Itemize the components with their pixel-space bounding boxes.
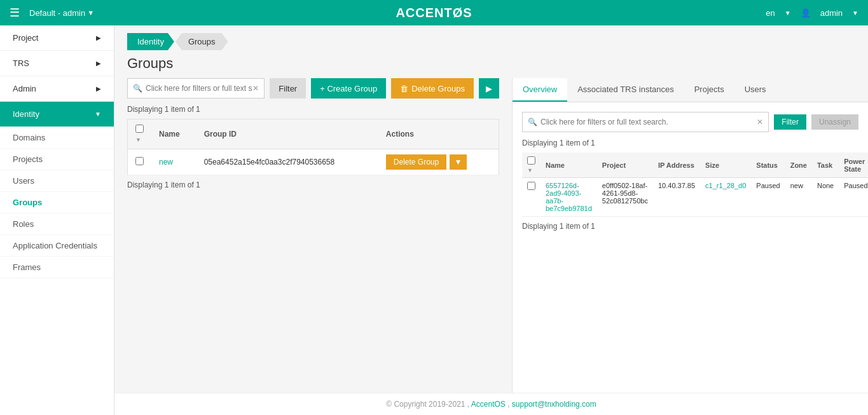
tab-projects[interactable]: Projects [684, 78, 734, 102]
sidebar-item-app-credentials[interactable]: Application Credentials [0, 235, 114, 257]
inst-zone-cell: new [785, 178, 812, 217]
footer-email-link[interactable]: support@tnxholding.com [512, 400, 596, 409]
instance-name-link[interactable]: 6557126d-2ad9-4093-aa7b-be7c9eb9781d [546, 182, 592, 212]
groups-label: Groups [13, 198, 42, 207]
delete-group-button[interactable]: Delete Group [386, 154, 446, 170]
panel-search-box[interactable]: 🔍 ✕ [522, 112, 769, 132]
row-checkbox-cell[interactable] [128, 149, 152, 175]
sidebar-item-domains[interactable]: Domains [0, 127, 114, 149]
inst-ip-cell: 10.40.37.85 [653, 178, 700, 217]
inst-task-header: Task [812, 153, 839, 178]
panel-search-icon: 🔍 [528, 118, 537, 126]
user-menu[interactable]: admin [820, 8, 843, 18]
inst-select-all-header[interactable]: ▼ [522, 153, 541, 178]
breadcrumb-groups[interactable]: Groups [176, 33, 228, 50]
main-content: Identity Groups Groups 🔍 ✕ Filter + Crea… [114, 25, 868, 415]
right-panel: Overview Associated TRS instances Projec… [512, 78, 868, 393]
inst-checkbox-cell[interactable] [522, 178, 541, 217]
sidebar-admin-label: Admin [13, 84, 36, 93]
default-arrow-icon: ▼ [87, 9, 94, 17]
inst-status-header: Status [751, 153, 785, 178]
groups-table: ▼ Name Group ID Actions [127, 119, 499, 175]
panel-unassign-button[interactable]: Unassign [811, 114, 858, 130]
panel-clear-icon[interactable]: ✕ [757, 118, 763, 126]
select-all-header[interactable]: ▼ [128, 119, 152, 149]
group-actions-dropdown[interactable]: ▼ [450, 154, 467, 170]
trs-arrow-icon: ▶ [96, 60, 101, 67]
language-selector[interactable]: en [766, 8, 775, 18]
groups-display-count-bottom: Displaying 1 item of 1 [127, 180, 499, 189]
breadcrumb: Identity Groups [114, 25, 868, 55]
sidebar-item-roles[interactable]: Roles [0, 214, 114, 235]
select-all-checkbox[interactable] [135, 125, 144, 133]
brand-logo: ACCENTØS [396, 6, 472, 20]
sidebar-item-admin[interactable]: Admin ▶ [0, 76, 114, 102]
instance-row: 6557126d-2ad9-4093-aa7b-be7c9eb9781d e0f… [522, 178, 868, 217]
sort-icon: ▼ [135, 137, 141, 143]
default-admin-label[interactable]: Default - admin [29, 8, 85, 18]
inst-zone-header: Zone [785, 153, 812, 178]
search-icon: 🔍 [133, 84, 142, 93]
breadcrumb-identity[interactable]: Identity [127, 33, 174, 50]
footer-brand-link[interactable]: AccentOS [471, 400, 506, 409]
tab-associated-instances[interactable]: Associated TRS instances [567, 78, 684, 102]
page-title: Groups [114, 55, 868, 78]
tab-users[interactable]: Users [734, 78, 776, 102]
row-checkbox[interactable] [135, 157, 144, 165]
sidebar-item-groups[interactable]: Groups [0, 192, 114, 214]
filter-button[interactable]: Filter [270, 78, 306, 99]
groups-display-count: Displaying 1 item of 1 [127, 105, 499, 114]
inst-name-cell: 6557126d-2ad9-4093-aa7b-be7c9eb9781d [541, 178, 597, 217]
roles-label: Roles [13, 219, 34, 229]
users-label: Users [13, 176, 34, 186]
delete-groups-button[interactable]: 🗑 Delete Groups [391, 78, 474, 99]
navbar-right: en ▼ 👤 admin ▼ [766, 8, 858, 18]
inst-project-cell: e0ff0502-18af-4261-95d8-52c0812750bc [597, 178, 653, 217]
panel-filter-button[interactable]: Filter [774, 114, 806, 130]
group-name-link[interactable]: new [159, 158, 173, 167]
tab-overview[interactable]: Overview [513, 78, 567, 102]
lang-arrow-icon: ▼ [785, 10, 791, 17]
inst-size-header: Size [700, 153, 751, 178]
inst-row-checkbox[interactable] [527, 182, 535, 190]
clear-search-icon[interactable]: ✕ [252, 84, 259, 93]
trash-icon: 🗑 [400, 84, 408, 93]
group-id-column-header: Group ID [196, 119, 378, 149]
panel-tabs: Overview Associated TRS instances Projec… [513, 78, 868, 102]
footer: © Copyright 2019-2021 , AccentOS , suppo… [114, 393, 868, 415]
groups-search-box[interactable]: 🔍 ✕ [127, 78, 265, 99]
app-credentials-label: Application Credentials [13, 241, 97, 250]
navbar: ☰ Default - admin ▼ ACCENTØS en ▼ 👤 admi… [0, 0, 868, 25]
groups-section: 🔍 ✕ Filter + Create Group 🗑 Delete Group… [114, 78, 512, 393]
sidebar-trs-label: TRS [13, 58, 29, 68]
inst-size-cell: c1_r1_28_d0 [700, 178, 751, 217]
inst-status-cell: Paused [751, 178, 785, 217]
inst-task-cell: None [812, 178, 839, 217]
hamburger-icon[interactable]: ☰ [10, 6, 20, 20]
panel-display-count-bottom: Displaying 1 item of 1 [522, 222, 858, 231]
sidebar-item-users[interactable]: Users [0, 170, 114, 192]
inst-project-header: Project [597, 153, 653, 178]
inst-size-link[interactable]: c1_r1_28_d0 [705, 182, 746, 189]
admin-arrow-icon: ▶ [96, 85, 101, 92]
nav-arrow-button[interactable]: ▶ [479, 78, 499, 99]
sidebar-item-frames[interactable]: Frames [0, 257, 114, 278]
sidebar-item-project[interactable]: Project ▶ [0, 25, 114, 51]
footer-copyright: © Copyright 2019-2021 , [386, 400, 469, 409]
sidebar-item-projects[interactable]: Projects [0, 149, 114, 170]
create-group-button[interactable]: + Create Group [311, 78, 386, 99]
table-row: new 05ea6452a15e4fc0aa3c2f7940536658 Del… [128, 149, 499, 175]
user-arrow-icon: ▼ [852, 10, 858, 17]
groups-search-input[interactable] [146, 84, 252, 93]
group-id-cell: 05ea6452a15e4fc0aa3c2f7940536658 [196, 149, 378, 175]
projects-label: Projects [13, 154, 43, 164]
identity-arrow-icon: ▼ [95, 111, 101, 118]
inst-select-all-checkbox[interactable] [527, 156, 535, 165]
panel-content: 🔍 ✕ Filter Unassign Displaying 1 item of… [513, 102, 868, 393]
panel-search-input[interactable] [541, 118, 757, 126]
sidebar-item-identity[interactable]: Identity ▼ [0, 102, 114, 127]
group-name-cell: new [151, 149, 196, 175]
groups-toolbar: 🔍 ✕ Filter + Create Group 🗑 Delete Group… [127, 78, 499, 99]
group-actions-cell: Delete Group ▼ [378, 149, 499, 175]
sidebar-item-trs[interactable]: TRS ▶ [0, 51, 114, 76]
